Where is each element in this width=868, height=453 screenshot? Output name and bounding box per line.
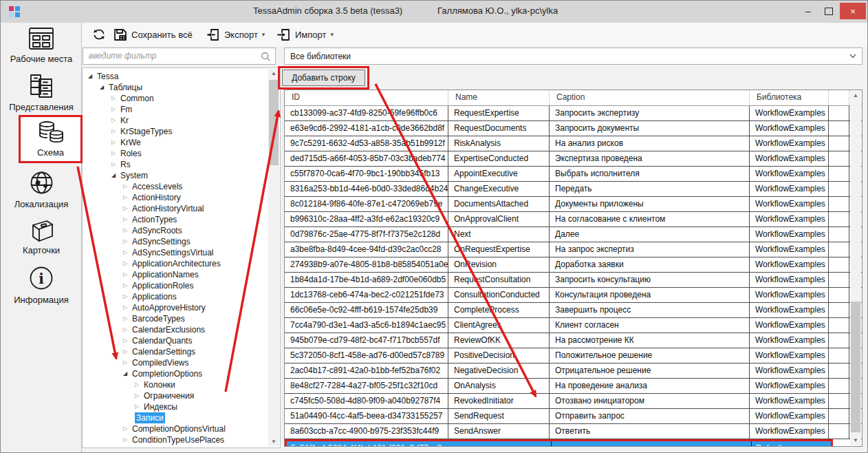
collapsed-triangle-icon[interactable]: ▷ [123, 236, 132, 247]
tree-item-BarcodeTypes[interactable]: ▷BarcodeTypes [83, 313, 280, 324]
table-row[interactable]: c745fc50-508d-4d80-9f09-a040b92787f4Revo… [285, 394, 862, 409]
expanded-triangle-icon[interactable]: ◢ [100, 82, 109, 93]
tree-item-Fm[interactable]: ▷Fm [83, 104, 280, 115]
tree-item-CalendarExclusions[interactable]: ▷CalendarExclusions [83, 324, 280, 335]
tree-item-KrStageTypes[interactable]: ▷KrStageTypes [83, 126, 280, 137]
table-row[interactable]: a3be8fba-8d49-4cee-94fd-d39c2ac0cc28OnRe… [285, 242, 862, 257]
sidebar-item-localization[interactable]: Локализация [1, 170, 82, 209]
scroll-up-icon[interactable]: ▲ [268, 69, 279, 78]
tree-item-Колонки[interactable]: ▷Колонки [83, 379, 280, 390]
tree-item-KrWe[interactable]: ▷KrWe [83, 137, 280, 148]
tree-item-CalendarSettings[interactable]: ▷CalendarSettings [83, 346, 280, 357]
tree-item-ActionHistory[interactable]: ▷ActionHistory [83, 192, 280, 203]
table-row[interactable]: 66c06e5e-0c92-4fff-b619-1574fe25db39Comp… [285, 303, 862, 318]
sidebar-item-info[interactable]: iИнформация [1, 265, 82, 305]
tree-item-ConditionTypes[interactable]: ▷ConditionTypes [83, 445, 280, 448]
collapsed-triangle-icon[interactable]: ▷ [123, 214, 132, 225]
scroll-down-icon[interactable]: ▼ [268, 437, 279, 447]
tree-item-AdSyncSettingsVirtual[interactable]: ▷AdSyncSettingsVirtual [83, 247, 280, 258]
collapsed-triangle-icon[interactable]: ▷ [123, 258, 132, 269]
column-header-extra[interactable] [829, 90, 849, 105]
collapsed-triangle-icon[interactable]: ▷ [111, 159, 120, 170]
collapsed-triangle-icon[interactable]: ▷ [123, 225, 132, 236]
table-row[interactable]: 274938b9-a07e-4805-81b8-b85854051a0eOnRe… [285, 257, 862, 273]
tree-item-ActionHistoryVirtual[interactable]: ▷ActionHistoryVirtual [83, 203, 280, 214]
tree-item-AdSyncRoots[interactable]: ▷AdSyncRoots [83, 225, 280, 236]
table-row[interactable]: e63e9cd6-2992-4181-a1cb-c0de3662bd8fRequ… [285, 121, 862, 136]
collapsed-triangle-icon[interactable]: ▷ [135, 390, 144, 401]
table-row[interactable]: cb133099-ac37-4fd9-8250-59fe96ffb0c6Requ… [285, 106, 862, 121]
collapsed-triangle-icon[interactable]: ▷ [123, 192, 132, 203]
export-button[interactable]: Экспорт ▾ [203, 25, 268, 43]
tree-item-Roles[interactable]: ▷Roles [83, 148, 280, 159]
add-row-button[interactable]: Добавить строку [282, 70, 365, 86]
tree-item-ApplicationArchitectures[interactable]: ▷ApplicationArchitectures [83, 258, 280, 269]
collapsed-triangle-icon[interactable]: ▷ [135, 379, 144, 390]
table-row[interactable]: c55f7870-0ca6-4f70-9bc1-190bb345fb13Appo… [285, 167, 862, 182]
tree-item-ApplicationRoles[interactable]: ▷ApplicationRoles [83, 280, 280, 291]
collapsed-triangle-icon[interactable]: ▷ [111, 93, 120, 104]
table-row[interactable]: b996310c-28aa-4ff2-a3fd-e62ac19320c9OnAp… [285, 212, 862, 227]
tree-item-Kr[interactable]: ▷Kr [83, 115, 280, 126]
table-row[interactable]: 8c012184-9f86-40fe-87e1-c472069eb79eDocu… [285, 197, 862, 212]
maximize-button[interactable] [819, 3, 838, 19]
save-all-button[interactable]: Сохранить всё [111, 25, 195, 43]
new-row-selected[interactable]: 5a51f1e4-5684-4f4b-b181-f631e9d77aa3Defa… [285, 439, 833, 447]
tree-item-AccessLevels[interactable]: ▷AccessLevels [83, 181, 280, 192]
tree-item-ActionTypes[interactable]: ▷ActionTypes [83, 214, 280, 225]
collapsed-triangle-icon[interactable]: ▷ [111, 148, 120, 159]
column-header-ID[interactable]: ID [285, 90, 448, 105]
refresh-button[interactable] [89, 25, 109, 43]
tree-item-ConditionTypeUsePlaces[interactable]: ▷ConditionTypeUsePlaces [83, 434, 280, 445]
table-row[interactable]: 8e48cf27-7284-4a27-bf05-25f1c32f10cdOnAn… [285, 379, 862, 394]
collapsed-triangle-icon[interactable]: ▷ [135, 401, 144, 412]
scroll-down-icon[interactable]: ▼ [850, 436, 861, 445]
tree-item-Rs[interactable]: ▷Rs [83, 159, 280, 170]
tree-item-CompletionOptions[interactable]: ◢CompletionOptions [83, 368, 280, 379]
expanded-triangle-icon[interactable]: ◢ [123, 368, 132, 379]
tree-scrollbar-thumb[interactable] [269, 80, 279, 165]
expanded-triangle-icon[interactable]: ◢ [88, 71, 97, 82]
column-header-Библиотека[interactable]: Библиотека [750, 90, 829, 105]
tree-item-CalendarQuants[interactable]: ▷CalendarQuants [83, 335, 280, 346]
collapsed-triangle-icon[interactable]: ▷ [111, 115, 120, 126]
collapsed-triangle-icon[interactable]: ▷ [123, 203, 132, 214]
table-row[interactable]: 0d79876c-25ae-4775-8f7f-f7375e2c128dNext… [285, 227, 862, 242]
tree-item-Tessa[interactable]: ◢Tessa [83, 71, 280, 82]
tree-item-Common[interactable]: ▷Common [83, 93, 280, 104]
sidebar-item-views[interactable]: Представления [1, 74, 82, 112]
column-header-Name[interactable]: Name [448, 90, 550, 105]
scroll-up-icon[interactable]: ▲ [850, 91, 861, 101]
tree-item-Таблицы[interactable]: ◢Таблицы [83, 82, 280, 93]
tree-item-AdSyncSettings[interactable]: ▷AdSyncSettings [83, 236, 280, 247]
sidebar-item-schema[interactable]: Схема [21, 118, 80, 160]
tree-scrollbar[interactable]: ▲ ▼ [268, 69, 279, 447]
collapsed-triangle-icon[interactable]: ▷ [111, 104, 120, 115]
tree-item-ApplicationNames[interactable]: ▷ApplicationNames [83, 269, 280, 280]
tree-item-Записи[interactable]: Записи [83, 412, 280, 423]
collapsed-triangle-icon[interactable]: ▷ [123, 324, 132, 335]
table-scrollbar[interactable]: ▲ ▼ [850, 91, 861, 445]
tree-item-CompletionOptionsVirtual[interactable]: ▷CompletionOptionsVirtual [83, 423, 280, 434]
library-dropdown[interactable]: Все библиотеки [284, 48, 862, 65]
table-row[interactable]: 7cc4a790-d3e1-4ad3-a5c6-b1894c1aec95Clie… [285, 318, 862, 333]
table-row[interactable]: 8316a253-bb1d-44e6-b0d0-33ded86d4b24Chan… [285, 182, 862, 197]
table-row[interactable]: 9c7c5291-6632-4d53-a858-35ab51b9912fRisk… [285, 136, 862, 151]
collapsed-triangle-icon[interactable]: ▷ [123, 269, 132, 280]
collapsed-triangle-icon[interactable]: ▷ [123, 302, 132, 313]
collapsed-triangle-icon[interactable]: ▷ [123, 181, 132, 192]
import-button[interactable]: Импорт ▾ [274, 25, 336, 43]
sidebar-item-cards[interactable]: Карточки [1, 218, 82, 255]
sidebar-item-workplaces[interactable]: Рабочие места [1, 27, 82, 64]
tree-item-Applications[interactable]: ▷Applications [83, 291, 280, 302]
tree-item-Ограничения[interactable]: ▷Ограничения [83, 390, 280, 401]
table-row[interactable]: 945b079e-cd79-48f2-bc47-f717bcb557dfRevi… [285, 333, 862, 348]
table-row[interactable]: 2ac04b17-c891-42a0-b1bb-fef52ba76f02Nega… [285, 364, 862, 379]
collapsed-triangle-icon[interactable]: ▷ [123, 445, 132, 448]
collapsed-triangle-icon[interactable]: ▷ [123, 423, 132, 434]
tree-item-System[interactable]: ◢System [83, 170, 280, 181]
collapsed-triangle-icon[interactable]: ▷ [123, 291, 132, 302]
table-row[interactable]: 8a603ccb-a7cc-4900-b975-23f353fc44f9Send… [285, 424, 862, 439]
collapsed-triangle-icon[interactable]: ▷ [123, 346, 132, 357]
table-scrollbar-thumb[interactable] [851, 302, 860, 432]
